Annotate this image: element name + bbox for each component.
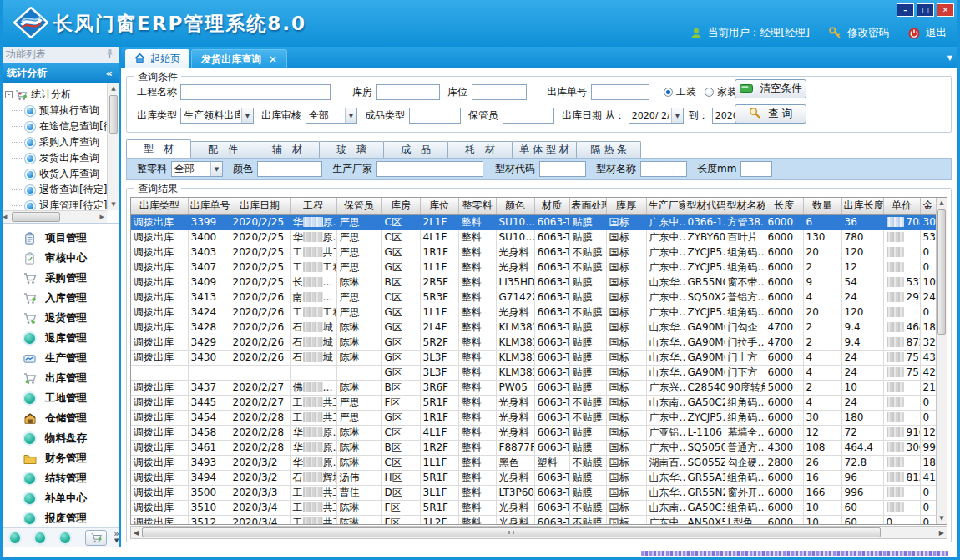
footer-circle-icon[interactable] — [60, 532, 70, 543]
table-row[interactable]: 调拨出库34282020/2/26石城陈琳G区2L4F整料KLM38176063… — [131, 320, 937, 335]
table-row[interactable]: 调拨出库34372020/2/27佛…陈琳B区3R6F整料PW056063-T5… — [131, 380, 937, 395]
scroll-right-icon[interactable]: ▶ — [100, 214, 104, 220]
column-header[interactable]: 材质 — [534, 198, 569, 214]
material-tab[interactable]: 型 材 — [126, 139, 191, 158]
scroll-left-icon[interactable]: ◀ — [134, 529, 139, 537]
sidebar-menu-item[interactable]: 审核中心 — [0, 248, 119, 268]
clear-conditions-button[interactable]: 清空条件 — [735, 79, 806, 98]
collapse-icon[interactable]: « — [106, 67, 113, 79]
sidebar-menu-item[interactable]: 出库管理 — [0, 368, 119, 388]
column-header[interactable]: 生产厂家 — [646, 198, 685, 214]
keeper-input[interactable] — [503, 108, 554, 124]
tree-horizontal-scrollbar[interactable]: ◀ ▶ — [0, 210, 107, 223]
whole-part-select[interactable]: 全部▼ — [171, 161, 223, 177]
manufacturer-input[interactable] — [376, 161, 483, 177]
order-no-input[interactable] — [591, 84, 649, 100]
radio-home-option[interactable]: 家装 — [705, 85, 737, 99]
sidebar-menu-item[interactable]: 结转管理 — [0, 468, 119, 488]
scroll-up-icon[interactable]: ▲ — [108, 83, 119, 94]
sidebar-menu-item[interactable]: 退库管理 — [0, 328, 119, 348]
column-header[interactable]: 型材名称 — [725, 198, 765, 214]
column-header[interactable]: 膜厚 — [606, 198, 646, 214]
column-header[interactable]: 表面处理 — [569, 198, 606, 214]
column-header[interactable]: 金 — [920, 198, 937, 214]
location-input[interactable] — [472, 84, 527, 100]
sidebar-menu-item[interactable]: 退货管理 — [0, 308, 119, 328]
table-row[interactable]: 调拨出库35102020/3/4工共工程陈琳F区5R1F整料光身料6063-T5… — [131, 500, 937, 515]
grid-vertical-scrollbar[interactable]: ▲ ▼ — [936, 198, 947, 524]
table-row[interactable]: 调拨出库34032020/2/25工共工程严思G区1R1F整料光身料6063-T… — [131, 245, 937, 260]
color-input[interactable] — [257, 161, 322, 177]
footer-stats-button[interactable] — [85, 530, 107, 546]
sidebar-menu-item[interactable]: 仓储管理 — [0, 408, 119, 428]
tab-shipment-out-query[interactable]: 发货出库查询 × — [191, 49, 287, 68]
table-row[interactable]: 调拨出库34132020/2/26南…严思C区5R3F整料G714226063-… — [131, 290, 937, 305]
table-row[interactable]: 调拨出库34612020/2/28华原…陈琳B区1R2F整料F8877FT606… — [131, 440, 937, 455]
table-row[interactable]: 调拨出库34452020/2/27工共工程严思F区5R1F整料光身料6063-T… — [131, 395, 937, 410]
close-button[interactable]: ✕ — [937, 3, 954, 17]
material-tab[interactable]: 玻 璃 — [319, 141, 384, 158]
pin-icon[interactable] — [106, 48, 114, 61]
footer-circle-icon[interactable] — [35, 532, 45, 543]
sidebar-menu-item[interactable]: 项目管理 — [0, 228, 119, 248]
material-tab[interactable]: 单 体 型 材 — [512, 141, 577, 158]
tree-item[interactable]: 发货出库查询 — [5, 150, 107, 166]
footer-circle-icon[interactable] — [10, 532, 20, 543]
scroll-down-icon[interactable]: ▼ — [937, 513, 947, 524]
column-header[interactable]: 整零料 — [458, 198, 496, 214]
product-type-input[interactable] — [409, 108, 461, 124]
tab-home[interactable]: 起始页 — [125, 49, 189, 68]
column-header[interactable]: 型材代码 — [685, 198, 725, 214]
table-row[interactable]: 调拨出库34932020/3/2华原…陈琳C区1L1F整料黑色塑料不贴膜国标湖南… — [131, 455, 937, 470]
column-header[interactable]: 保管员 — [336, 198, 381, 214]
warehouse-input[interactable] — [376, 84, 440, 100]
length-input[interactable] — [740, 161, 772, 177]
tree-expander-icon[interactable]: - — [5, 91, 13, 98]
tree-item[interactable]: 在途信息查询[待 — [5, 119, 107, 134]
tree-vertical-scrollbar[interactable]: ▲ ▼ — [107, 83, 119, 210]
material-tab[interactable]: 配 件 — [190, 141, 255, 158]
tree-item[interactable]: 退货查询[待定] — [5, 182, 107, 198]
table-row[interactable]: 调拨出库35002020/3/3工共工程曹佳D区3L1F整料LT3P606063… — [131, 485, 937, 500]
scrollbar-thumb[interactable] — [109, 95, 118, 134]
scroll-right-icon[interactable]: ▶ — [939, 529, 944, 537]
tree-item[interactable]: 收货入库查询 — [5, 166, 107, 182]
search-button[interactable]: 查 询 — [735, 104, 806, 124]
scroll-down-icon[interactable]: ▼ — [108, 199, 119, 210]
scrollbar-thumb[interactable] — [937, 209, 946, 335]
tree-item[interactable]: 采购入库查询 — [5, 134, 107, 150]
stats-group-header[interactable]: 统计分析 « — [0, 63, 119, 83]
sidebar-menu-item[interactable]: 财务管理 — [0, 448, 119, 468]
sidebar-menu-item[interactable]: 工地管理 — [0, 388, 119, 408]
grid-horizontal-scrollbar[interactable]: ◀ ▶ — [130, 526, 947, 539]
audit-select[interactable]: 全部▼ — [306, 108, 357, 124]
column-header[interactable]: 库位 — [420, 198, 458, 214]
material-tab[interactable]: 成 品 — [383, 141, 448, 158]
tree-item[interactable]: 预算执行查询 — [5, 103, 107, 119]
table-row[interactable]: G区3L3F整料KLM38176063-T5贴膜国标山东华…GA90M09.门下… — [131, 365, 937, 380]
sidebar-menu-item[interactable]: 物料盘存 — [0, 428, 119, 448]
material-tab[interactable]: 隔 热 条 — [576, 141, 641, 158]
column-header[interactable]: 出库类型 — [131, 198, 188, 214]
sidebar-menu-item[interactable]: 补单中心 — [0, 488, 119, 508]
profile-name-input[interactable] — [640, 161, 687, 177]
sidebar-menu-item[interactable]: 生产管理 — [0, 348, 119, 368]
table-row[interactable]: 调拨出库33992020/2/25华原…严思C区2L1F整料SU10…6063-… — [131, 214, 937, 230]
column-header[interactable]: 出库单号 — [188, 198, 230, 214]
scrollbar-thumb[interactable] — [142, 527, 881, 537]
table-row[interactable]: 调拨出库34072020/2/25工工程严思G区1L1F整料光身料6063-T5… — [131, 260, 937, 275]
column-header[interactable]: 颜色 — [496, 198, 534, 214]
column-header[interactable]: 出库长度 — [841, 198, 883, 214]
table-row[interactable]: 调拨出库34942020/3/2石辉城汤伟H区5R1F整料光身料6063-T5贴… — [131, 470, 937, 485]
project-name-input[interactable] — [180, 84, 331, 100]
logout-link[interactable]: 退出 — [926, 26, 947, 40]
configure-buttons-chevron[interactable]: »▼ — [114, 530, 119, 545]
scrollbar-thumb[interactable] — [12, 212, 60, 222]
column-header[interactable]: 工程 — [290, 198, 336, 214]
table-row[interactable]: 调拨出库34002020/2/25华原…严思C区4L1F整料SU10…6063-… — [131, 230, 937, 245]
sidebar-menu-item[interactable]: 报废管理 — [0, 508, 119, 527]
out-type-select[interactable]: 生产领料出库▼ — [180, 108, 254, 124]
material-tab[interactable]: 辅 材 — [255, 141, 320, 158]
table-row[interactable]: 调拨出库34302020/2/26石城陈琳G区3L3F整料KLM38176063… — [131, 350, 937, 365]
column-header[interactable]: 数量 — [803, 198, 841, 214]
